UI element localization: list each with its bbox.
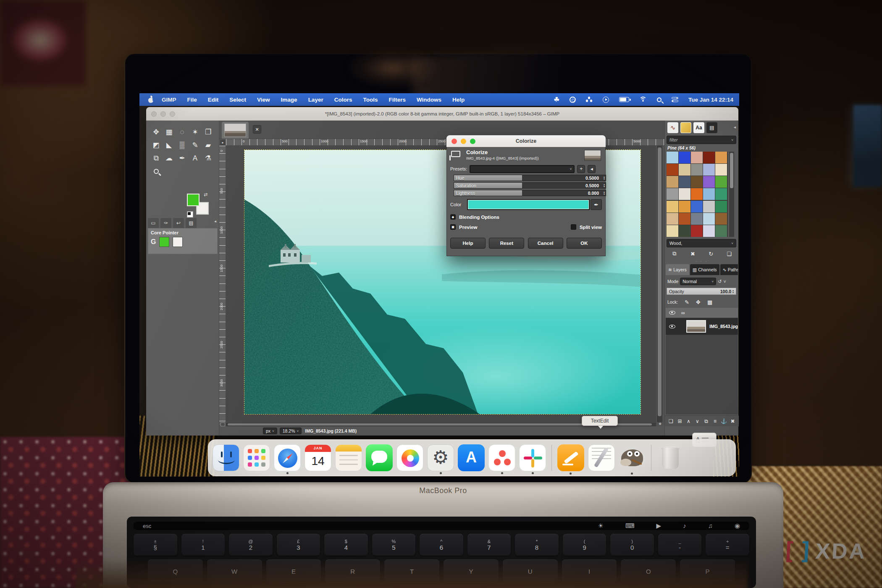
pattern-tile[interactable] (715, 188, 727, 200)
layer-name[interactable]: IMG_8543.jpg (709, 324, 738, 329)
gimp-title-bar[interactable]: *[IMG_8543] (imported)-2.0 (RGB color 8-… (146, 107, 738, 121)
gradient-tool[interactable]: ▒ (176, 139, 189, 152)
bucket-fill-tool[interactable]: ◣ (163, 139, 176, 152)
pattern-tile[interactable] (691, 164, 703, 176)
dock-asana-icon[interactable] (488, 444, 515, 471)
help-button[interactable]: Help (450, 238, 486, 249)
layers-tab[interactable]: ≋Layers (666, 264, 689, 275)
images-tab[interactable]: ▤ (186, 218, 197, 228)
unit-dropdown[interactable]: px˅ (263, 428, 277, 434)
lock-pixels-icon[interactable]: ✎ (685, 299, 689, 305)
menu-item[interactable]: Filters (388, 97, 406, 103)
menu-item[interactable]: GIMP (162, 97, 176, 103)
pattern-tile[interactable] (679, 164, 690, 176)
add-preset-button[interactable]: + (577, 165, 585, 173)
pattern-tile[interactable] (691, 213, 703, 225)
dock-app-store-icon[interactable]: A (458, 444, 485, 471)
chevron-down-icon[interactable]: ˅ (723, 279, 726, 284)
zoom-dropdown[interactable]: 18.2%˅ (280, 428, 302, 434)
pattern-tile[interactable] (715, 176, 727, 188)
dialog-title-bar[interactable]: Colorize (446, 135, 606, 147)
merge-layer-button[interactable]: ≡ (711, 417, 719, 425)
smudge-tool[interactable]: ☁ (163, 152, 176, 165)
slider-row[interactable]: Hue 0.5000 ▴▾ (454, 175, 606, 181)
new-group-button[interactable]: ⊞ (676, 417, 684, 425)
pattern-tile[interactable] (691, 201, 703, 213)
pattern-tile[interactable] (703, 213, 715, 225)
pattern-tile[interactable] (679, 188, 690, 200)
menu-item[interactable]: Windows (417, 97, 441, 103)
opacity-slider[interactable]: Opacity 100.0 ▴▾ (667, 288, 736, 295)
pattern-tile[interactable] (691, 176, 703, 188)
leaf-icon[interactable]: ☘ (554, 96, 559, 103)
vertical-scrollbar[interactable] (657, 146, 662, 422)
swap-colors-icon[interactable]: ⇄ (204, 192, 207, 197)
brushes-tab[interactable]: ∿ (667, 122, 678, 133)
blending-options-expander[interactable]: ◆ Blending Options (450, 214, 499, 220)
collapse-panel-icon[interactable]: ◂ (734, 125, 736, 129)
search-icon[interactable] (657, 97, 662, 102)
dock-system-preferences-icon[interactable]: ⚙ (427, 444, 454, 471)
pattern-tile[interactable] (667, 164, 678, 176)
cancel-button[interactable]: Cancel (528, 238, 563, 249)
menu-item[interactable]: Edit (208, 97, 219, 103)
foreground-color-swatch[interactable] (187, 194, 200, 206)
dock-safari-icon[interactable] (274, 444, 301, 471)
dock-textedit-icon[interactable] (588, 444, 615, 471)
color-picker-tool[interactable]: ⚗ (202, 152, 215, 165)
pattern-tile[interactable] (703, 225, 715, 237)
delete-pattern-button[interactable]: ✖ (685, 249, 700, 258)
creative-cloud-icon[interactable] (570, 97, 576, 103)
pattern-filter-input[interactable]: filter ˅ (667, 136, 736, 144)
quick-mask-toggle[interactable] (220, 423, 225, 426)
pattern-tile[interactable] (703, 152, 715, 163)
menu-item[interactable]: File (187, 97, 197, 103)
patterns-tab[interactable] (680, 122, 691, 133)
reset-button[interactable]: Reset (489, 238, 524, 249)
slider-row[interactable]: Saturation 0.5000 ▴▾ (454, 182, 606, 189)
pattern-tile[interactable] (667, 152, 678, 163)
pattern-tile[interactable] (679, 225, 690, 237)
document-history-tab[interactable]: ▤ (706, 122, 717, 133)
menu-item[interactable]: Image (281, 97, 297, 103)
apple-menu-icon[interactable] (148, 97, 154, 103)
pattern-tile[interactable] (667, 201, 678, 213)
pattern-tile[interactable] (715, 164, 727, 176)
pattern-tile[interactable] (703, 164, 715, 176)
slider-row[interactable]: Lightness 0.000 ▴▾ (454, 190, 606, 196)
paths-tool[interactable]: ✒ (176, 152, 189, 165)
layer-visibility-icon[interactable] (669, 325, 675, 328)
navigation-button[interactable]: ✥ (658, 423, 662, 426)
delete-layer-button[interactable]: ✖ (729, 417, 737, 425)
pattern-tile[interactable] (679, 201, 690, 213)
color-dots-icon[interactable] (586, 97, 593, 102)
open-pattern-button[interactable]: ❏ (722, 249, 736, 258)
wifi-icon[interactable] (639, 97, 647, 102)
paintbrush-tool[interactable]: ✎ (189, 139, 202, 152)
pattern-tile[interactable] (715, 213, 727, 225)
menu-item[interactable]: Help (452, 97, 465, 103)
transform-tool[interactable]: ◩ (150, 139, 163, 152)
layer-row[interactable]: IMG_8543.jpg (666, 318, 738, 335)
menu-item[interactable]: Layer (308, 97, 323, 103)
rectangle-select-tool[interactable]: ▦ (163, 126, 176, 139)
dock-messages-icon[interactable] (366, 444, 393, 471)
dock-pages-icon[interactable] (557, 444, 584, 471)
device-bg-swatch[interactable] (173, 237, 183, 247)
pattern-tile[interactable] (715, 201, 727, 213)
duplicate-layer-button[interactable]: ⧉ (702, 417, 710, 425)
text-tool[interactable]: A (189, 152, 202, 165)
clone-tool[interactable]: ⧉ (150, 152, 163, 165)
color-picker-button[interactable]: ✒ (591, 199, 602, 210)
dock-notes-icon[interactable] (335, 444, 362, 471)
device-fg-swatch[interactable] (159, 237, 169, 247)
crop-tool[interactable]: ❐ (202, 126, 215, 139)
close-image-icon[interactable]: ✕ (253, 125, 261, 134)
dock-gimp-icon[interactable] (619, 444, 646, 471)
dock-slack-icon[interactable] (519, 444, 546, 471)
channels-tab[interactable]: ▥Channels (690, 264, 719, 275)
ruler-corner-menu[interactable]: ▸ (220, 140, 226, 145)
lock-position-icon[interactable]: ✥ (696, 299, 701, 305)
pattern-tile[interactable] (703, 176, 715, 188)
preview-checkbox[interactable]: ✖ Preview (450, 224, 477, 230)
